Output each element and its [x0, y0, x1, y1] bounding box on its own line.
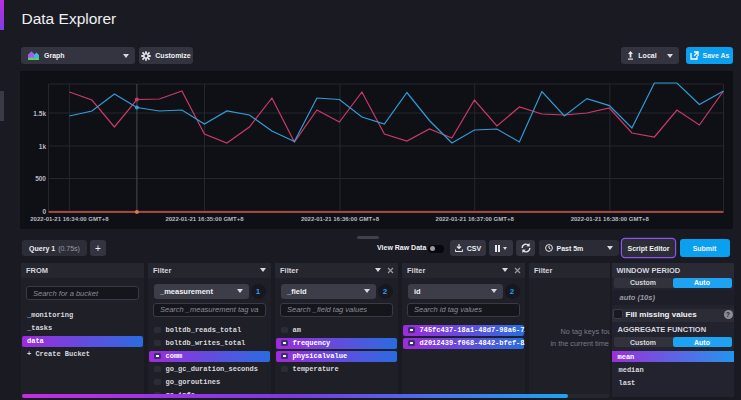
- svg-text:500: 500: [35, 175, 46, 182]
- svg-text:1.5k: 1.5k: [33, 110, 46, 117]
- svg-text:2022-01-21 16:37:00 GMT+8: 2022-01-21 16:37:00 GMT+8: [436, 216, 515, 222]
- svg-text:2022-01-21 16:34:00 GMT+8: 2022-01-21 16:34:00 GMT+8: [30, 216, 109, 222]
- svg-text:2022-01-21 16:35:00 GMT+8: 2022-01-21 16:35:00 GMT+8: [165, 216, 244, 222]
- svg-text:2022-01-21 16:38:00 GMT+8: 2022-01-21 16:38:00 GMT+8: [571, 216, 650, 222]
- svg-text:1k: 1k: [39, 143, 47, 150]
- svg-text:2022-01-21 16:36:00 GMT+8: 2022-01-21 16:36:00 GMT+8: [301, 216, 380, 222]
- svg-text:0: 0: [42, 208, 46, 215]
